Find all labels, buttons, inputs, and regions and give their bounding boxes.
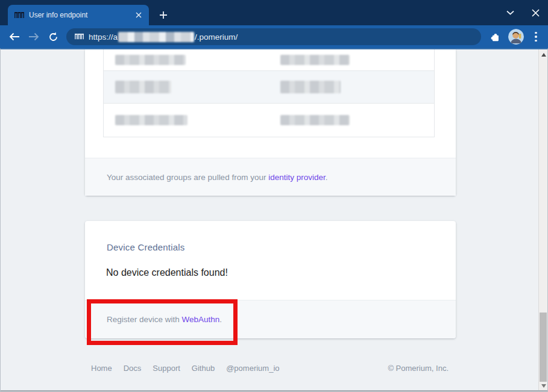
footer-link-docs[interactable]: Docs [124,364,142,373]
device-card-body: Device Credentials No device credentials… [85,221,456,300]
redacted-cell [280,55,350,65]
back-icon[interactable] [7,30,22,44]
scroll-down-arrow-icon[interactable] [539,381,548,390]
scroll-up-arrow-icon[interactable] [539,50,548,59]
redacted-cell [115,115,187,125]
footer-link-twitter[interactable]: @pomerium_io [226,364,279,373]
claims-table [103,49,435,137]
page-content: Your associated groups are pulled from y… [85,49,456,373]
copyright-text: © Pomerium, Inc. [388,364,449,373]
groups-footer-text: Your associated groups are pulled from y… [107,173,327,182]
device-card-message: No device credentials found! [85,252,456,278]
footer-link-home[interactable]: Home [91,364,112,373]
forward-icon[interactable] [27,30,41,44]
table-row [104,49,434,71]
groups-card-footer: Your associated groups are pulled from y… [85,158,456,196]
tab-title: User info endpoint [29,11,128,19]
redacted-cell [115,55,186,65]
pomerium-favicon-icon [14,11,24,19]
reload-icon[interactable] [46,30,60,44]
device-card-title: Device Credentials [85,221,456,252]
redacted-cell [280,115,350,125]
card-gap [85,196,456,221]
redacted-cell [115,81,171,93]
kebab-menu-icon[interactable] [531,31,541,43]
footer-link-github[interactable]: Github [192,364,215,373]
address-bar[interactable]: https://a/.pomerium/ [66,28,481,45]
pomerium-favicon-icon [75,33,84,40]
table-cell [269,81,434,93]
table-cell [104,115,269,125]
vertical-scrollbar[interactable] [538,49,547,392]
site-footer: Home Docs Support Github @pomerium_io © … [85,364,456,373]
tab-user-info-endpoint[interactable]: User info endpoint [8,5,149,25]
groups-card: Your associated groups are pulled from y… [85,49,456,196]
window-close-icon[interactable] [528,5,543,20]
table-cell [104,55,269,65]
window-controls [502,5,543,20]
url-text: https://a/.pomerium/ [89,32,238,42]
table-cell [104,81,269,93]
page-viewport: Your associated groups are pulled from y… [0,48,548,392]
new-tab-button[interactable] [156,8,171,22]
redacted-domain [118,32,194,42]
profile-avatar[interactable] [508,29,524,45]
browser-toolbar: https://a/.pomerium/ [0,25,548,48]
tab-close-icon[interactable] [133,10,144,20]
table-row [104,104,434,137]
scrollbar-thumb[interactable] [540,313,547,382]
footer-link-support[interactable]: Support [153,364,180,373]
table-cell [269,115,434,125]
redacted-cell [280,81,341,93]
browser-window: User info endpoint [0,0,548,392]
table-cell [269,55,434,65]
tab-strip: User info endpoint [0,0,548,25]
red-annotation-box [87,299,238,345]
chevron-down-icon[interactable] [502,5,518,20]
extensions-puzzle-icon[interactable] [490,31,501,43]
identity-provider-link[interactable]: identity provider [268,173,326,182]
table-row [104,71,434,104]
card-body-spacer [85,137,456,158]
